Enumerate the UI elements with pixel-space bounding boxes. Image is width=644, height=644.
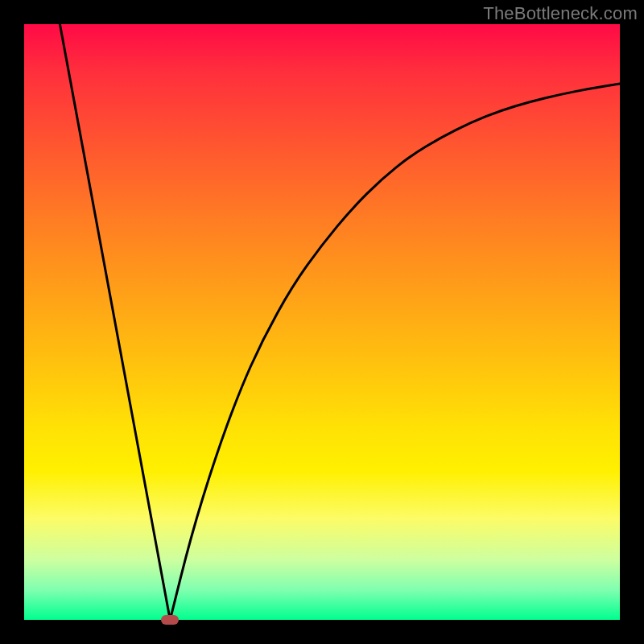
watermark-text: TheBottleneck.com — [483, 3, 638, 24]
curve-path — [60, 24, 620, 620]
chart-frame: TheBottleneck.com — [0, 0, 644, 644]
minimum-marker — [161, 615, 179, 625]
chart-curve — [24, 24, 620, 620]
